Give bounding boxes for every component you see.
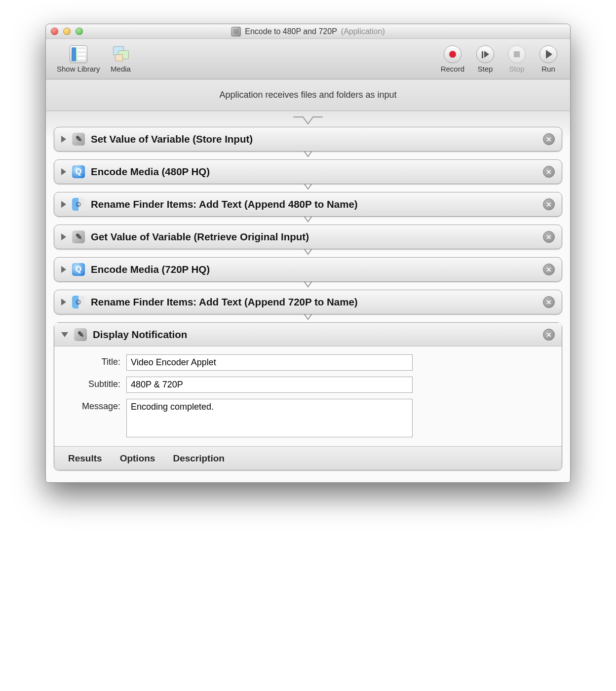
automator-icon bbox=[72, 230, 85, 243]
action-title: Encode Media (720P HQ) bbox=[91, 264, 537, 275]
window-title: Encode to 480P and 720P bbox=[245, 27, 337, 36]
action-title: Rename Finder Items: Add Text (Append 48… bbox=[91, 198, 537, 210]
play-icon bbox=[539, 45, 557, 63]
step-button[interactable]: Step bbox=[469, 43, 501, 75]
notification-title-input[interactable] bbox=[126, 354, 413, 371]
action-title: Rename Finder Items: Add Text (Append 72… bbox=[91, 296, 537, 308]
automator-icon bbox=[74, 328, 87, 341]
automator-window: Encode to 480P and 720P (Application) Sh… bbox=[45, 24, 571, 483]
disclosure-triangle-icon[interactable] bbox=[61, 299, 66, 306]
notification-subtitle-label: Subtitle: bbox=[66, 377, 120, 389]
automator-icon bbox=[72, 133, 85, 146]
media-label: Media bbox=[111, 65, 131, 73]
action-title: Get Value of Variable (Retrieve Original… bbox=[91, 231, 537, 243]
record-button[interactable]: Record bbox=[436, 43, 469, 75]
show-library-label: Show Library bbox=[57, 65, 100, 73]
workflow-input-label: Application receives files and folders a… bbox=[219, 90, 396, 100]
action-title: Set Value of Variable (Store Input) bbox=[91, 133, 537, 145]
action-set-value-of-variable[interactable]: Set Value of Variable (Store Input) bbox=[54, 127, 562, 152]
remove-action-button[interactable] bbox=[543, 198, 555, 210]
run-label: Run bbox=[541, 65, 555, 73]
action-get-value-of-variable[interactable]: Get Value of Variable (Retrieve Original… bbox=[54, 225, 562, 249]
disclosure-triangle-icon[interactable] bbox=[61, 266, 66, 273]
notification-message-label: Message: bbox=[66, 399, 120, 412]
automator-app-icon bbox=[231, 27, 241, 37]
action-title: Display Notification bbox=[93, 329, 537, 341]
notification-message-input[interactable] bbox=[126, 399, 413, 437]
media-button[interactable]: Media bbox=[105, 43, 137, 75]
close-window-button[interactable] bbox=[51, 28, 58, 35]
remove-action-button[interactable] bbox=[543, 296, 555, 308]
action-rename-finder-items-720p[interactable]: Rename Finder Items: Add Text (Append 72… bbox=[54, 290, 562, 314]
stop-label: Stop bbox=[509, 65, 525, 73]
disclosure-triangle-icon[interactable] bbox=[61, 233, 66, 240]
workflow-canvas: Set Value of Variable (Store Input) Enco… bbox=[46, 111, 570, 482]
quicktime-icon bbox=[72, 263, 85, 276]
notification-subtitle-input[interactable] bbox=[126, 377, 413, 393]
disclosure-triangle-icon[interactable] bbox=[61, 332, 68, 337]
remove-action-button[interactable] bbox=[543, 264, 555, 275]
minimize-window-button[interactable] bbox=[63, 28, 71, 35]
window-subtitle: (Application) bbox=[341, 27, 385, 36]
notification-title-label: Title: bbox=[66, 354, 120, 367]
disclosure-triangle-icon[interactable] bbox=[61, 168, 66, 175]
disclosure-triangle-icon[interactable] bbox=[61, 201, 66, 208]
show-library-button[interactable]: Show Library bbox=[52, 43, 105, 75]
titlebar: Encode to 480P and 720P (Application) bbox=[46, 24, 570, 39]
toolbar: Show Library Media Record Step Stop bbox=[46, 39, 570, 79]
stop-button[interactable]: Stop bbox=[501, 43, 533, 75]
library-icon bbox=[70, 45, 87, 63]
step-icon bbox=[476, 45, 494, 63]
remove-action-button[interactable] bbox=[543, 231, 555, 243]
finder-icon bbox=[72, 198, 85, 211]
action-results-tab[interactable]: Results bbox=[68, 453, 102, 464]
action-options-tab[interactable]: Options bbox=[120, 453, 155, 464]
action-encode-media-480p[interactable]: Encode Media (480P HQ) bbox=[54, 159, 562, 184]
remove-action-button[interactable] bbox=[543, 133, 555, 145]
run-button[interactable]: Run bbox=[533, 43, 564, 75]
disclosure-triangle-icon[interactable] bbox=[61, 136, 66, 143]
action-encode-media-720p[interactable]: Encode Media (720P HQ) bbox=[54, 257, 562, 282]
workflow-input-header: Application receives files and folders a… bbox=[46, 79, 570, 111]
record-label: Record bbox=[441, 65, 464, 73]
action-title: Encode Media (480P HQ) bbox=[91, 166, 537, 178]
remove-action-button[interactable] bbox=[543, 166, 555, 178]
media-icon bbox=[112, 45, 130, 63]
action-rename-finder-items-480p[interactable]: Rename Finder Items: Add Text (Append 48… bbox=[54, 192, 562, 217]
zoom-window-button[interactable] bbox=[76, 28, 83, 35]
step-label: Step bbox=[478, 65, 493, 73]
action-display-notification[interactable]: Display Notification Title: Subtitle: Me… bbox=[54, 322, 562, 470]
action-description-tab[interactable]: Description bbox=[173, 453, 225, 464]
stop-icon bbox=[508, 45, 526, 63]
record-icon bbox=[444, 45, 462, 63]
finder-icon bbox=[72, 296, 85, 308]
remove-action-button[interactable] bbox=[543, 329, 555, 341]
quicktime-icon bbox=[72, 165, 85, 178]
